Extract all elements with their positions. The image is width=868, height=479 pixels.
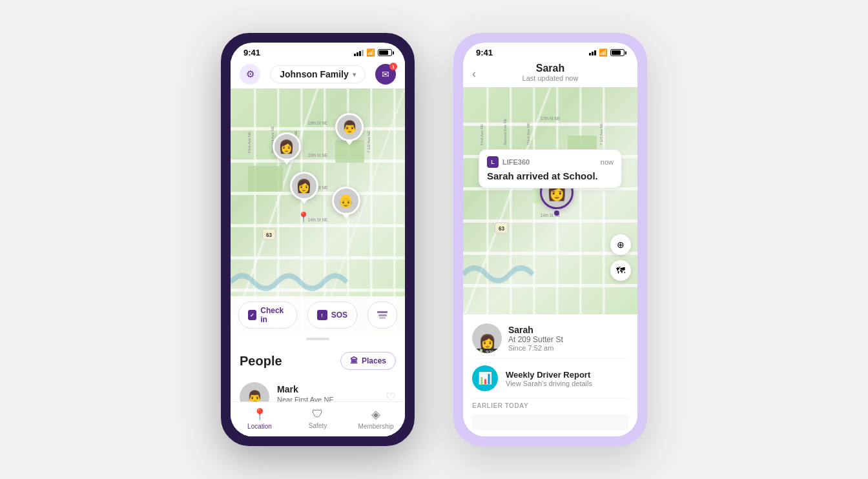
map-pin-2[interactable]: 👨 bbox=[335, 113, 364, 145]
map-location-pin: 📍 bbox=[297, 211, 310, 223]
safety-nav-label: Safety bbox=[309, 422, 327, 429]
svg-rect-0 bbox=[231, 127, 405, 130]
signal-bar-3 bbox=[359, 51, 361, 56]
driver-report-icon: 📊 bbox=[472, 365, 498, 391]
back-button[interactable]: ‹ bbox=[472, 67, 476, 81]
left-phone: 9:41 📶 ⚙ John bbox=[221, 33, 415, 446]
sarah-info-row[interactable]: 👩 🔋 92% Sarah At 209 Sutter St Since 7:5… bbox=[472, 318, 628, 359]
places-button[interactable]: 🏛 Places bbox=[340, 352, 396, 370]
people-title: People bbox=[240, 354, 282, 369]
map-target-button[interactable]: ⊕ bbox=[610, 234, 631, 255]
svg-text:17th St NE: 17th St NE bbox=[541, 116, 561, 121]
sarah-time: Since 7:52 am bbox=[508, 344, 628, 352]
mail-button[interactable]: ✉ 1 bbox=[375, 64, 396, 85]
checkin-button[interactable]: ✓ Check in bbox=[238, 301, 297, 329]
safety-nav-icon: 🛡 bbox=[312, 407, 324, 421]
mark-face: 👨 bbox=[240, 382, 269, 402]
drag-handle-left bbox=[306, 338, 329, 340]
map-pin-circle-4: 👴 bbox=[332, 187, 360, 215]
places-icon: 🏛 bbox=[350, 356, 358, 365]
gear-button[interactable]: ⚙ bbox=[240, 64, 260, 85]
layers-button[interactable] bbox=[367, 301, 397, 329]
nav-location[interactable]: 📍 Location bbox=[231, 407, 289, 430]
notif-time: now bbox=[601, 158, 614, 166]
svg-text:7 1/2 Ave NE: 7 1/2 Ave NE bbox=[367, 130, 371, 153]
svg-rect-15 bbox=[248, 166, 283, 192]
nav-safety[interactable]: 🛡 Safety bbox=[289, 407, 347, 430]
avatar-2: 👨 bbox=[337, 115, 362, 139]
layer-3 bbox=[379, 317, 386, 319]
detail-updated: Last updated now bbox=[463, 74, 637, 82]
driver-report-row[interactable]: 📊 Weekly Driver Report View Sarah's driv… bbox=[472, 359, 628, 398]
mark-avatar: 👨 bbox=[240, 382, 269, 402]
notif-app-info: L LIFE360 bbox=[487, 156, 530, 168]
signal-bar-4 bbox=[362, 50, 364, 56]
svg-text:Second Ave NE: Second Ave NE bbox=[504, 118, 508, 145]
sarah-details: Sarah At 209 Sutter St Since 7:52 am bbox=[508, 325, 628, 352]
checkin-icon: ✓ bbox=[248, 310, 256, 320]
avatar-4: 👴 bbox=[334, 189, 358, 213]
people-section: People 🏛 Places 👨 🔋 92% bbox=[231, 344, 405, 402]
status-icons-left: 📶 bbox=[354, 48, 392, 57]
left-screen: 9:41 📶 ⚙ John bbox=[231, 43, 405, 436]
map-route-button[interactable]: 🗺 bbox=[610, 260, 631, 281]
svg-rect-35 bbox=[486, 87, 489, 320]
map-pin-3[interactable]: 👩 bbox=[290, 172, 318, 204]
notif-message: Sarah arrived at School. bbox=[487, 170, 614, 181]
notif-header: L LIFE360 now bbox=[487, 156, 614, 168]
bottom-nav-left: 📍 Location 🛡 Safety ◈ Membership bbox=[231, 402, 405, 436]
svg-rect-36 bbox=[510, 87, 512, 320]
signal-bar-2 bbox=[356, 52, 358, 56]
svg-text:7 1/2 Ave NE: 7 1/2 Ave NE bbox=[599, 123, 603, 145]
detail-header: ‹ Sarah Last updated now bbox=[463, 60, 637, 87]
wifi-icon-left: 📶 bbox=[366, 48, 375, 57]
mark-heart-icon[interactable]: ♡ bbox=[386, 390, 396, 402]
signal-bar-r2 bbox=[592, 52, 594, 56]
map-area-left: 63 63 19th St NE 20th St NE 17th St NE 1… bbox=[231, 88, 405, 334]
chevron-down-icon: ▾ bbox=[353, 71, 356, 78]
person-item-mark[interactable]: 👨 🔋 92% Mark Near First Ave NE Since 3:1… bbox=[240, 375, 396, 402]
mark-location: Near First Ave NE bbox=[277, 396, 378, 402]
map-pin-circle-1: 👩 bbox=[273, 132, 301, 161]
map-pin-1[interactable]: 👩 bbox=[273, 132, 301, 165]
svg-rect-29 bbox=[463, 123, 637, 126]
sos-icon: ! bbox=[317, 310, 327, 320]
right-screen: 9:41 📶 ‹ Sarah Last updated n bbox=[463, 43, 637, 436]
status-time-left: 9:41 bbox=[243, 48, 260, 57]
nav-membership[interactable]: ◈ Membership bbox=[347, 407, 405, 430]
sarah-pin-dot bbox=[554, 210, 559, 216]
sarah-avatar: 👩 🔋 92% bbox=[472, 323, 502, 353]
right-phone: 9:41 📶 ‹ Sarah Last updated n bbox=[453, 33, 647, 446]
battery-fill-right bbox=[612, 50, 621, 55]
header-bar: ⚙ Johnson Family ▾ ✉ 1 bbox=[231, 60, 405, 88]
map-actions-bar: ✓ Check in ! SOS bbox=[231, 296, 405, 334]
sos-button[interactable]: ! SOS bbox=[307, 301, 357, 329]
svg-text:First Ave NE: First Ave NE bbox=[248, 132, 252, 153]
family-selector[interactable]: Johnson Family ▾ bbox=[270, 65, 366, 83]
svg-text:First Ave NE: First Ave NE bbox=[480, 124, 484, 145]
svg-rect-39 bbox=[579, 87, 582, 320]
svg-text:63: 63 bbox=[266, 232, 272, 239]
status-bar-right: 9:41 📶 bbox=[463, 43, 637, 60]
sarah-battery: 🔋 92% bbox=[475, 349, 499, 353]
svg-text:63: 63 bbox=[499, 225, 504, 232]
pin-triangle-4 bbox=[342, 214, 350, 219]
battery-fill-left bbox=[379, 50, 388, 55]
mail-notification-badge: 1 bbox=[389, 63, 397, 70]
svg-rect-3 bbox=[231, 224, 405, 227]
driver-report-subtitle: View Sarah's driving details bbox=[506, 380, 628, 387]
status-icons-right: 📶 bbox=[589, 48, 625, 57]
avatar-3: 👩 bbox=[292, 174, 316, 198]
sarah-name: Sarah bbox=[508, 325, 628, 335]
svg-rect-40 bbox=[603, 87, 605, 320]
layer-2 bbox=[378, 314, 387, 316]
map-pin-4[interactable]: 👴 bbox=[332, 187, 360, 219]
membership-nav-icon: ◈ bbox=[371, 407, 380, 422]
pin-triangle-2 bbox=[346, 140, 353, 145]
checkin-label: Check in bbox=[260, 306, 287, 324]
earlier-item-placeholder bbox=[472, 414, 628, 430]
battery-icon-right bbox=[610, 49, 625, 56]
map-pin-circle-2: 👨 bbox=[335, 113, 364, 141]
signal-bar-r1 bbox=[589, 53, 591, 56]
status-time-right: 9:41 bbox=[476, 48, 493, 57]
